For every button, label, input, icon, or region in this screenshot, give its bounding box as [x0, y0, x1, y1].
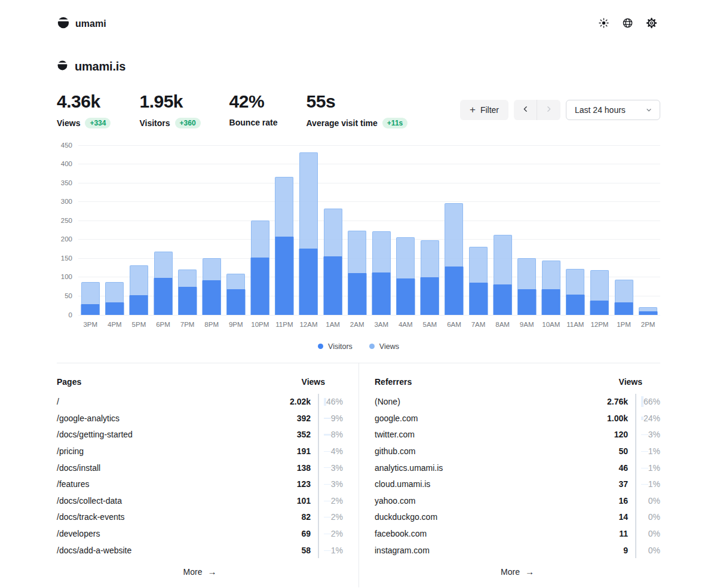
legend-item-visitors[interactable]: Visitors — [318, 342, 353, 351]
table-row[interactable]: github.com501% — [375, 443, 660, 460]
row-name[interactable]: / — [57, 397, 290, 406]
visitors-bar — [590, 301, 609, 315]
site-logo-icon — [57, 60, 68, 74]
table-row[interactable]: cloud.umami.is371% — [375, 476, 660, 492]
row-name[interactable]: instagram.com — [375, 546, 623, 555]
site-title[interactable]: umami.is — [75, 60, 125, 74]
next-period-button[interactable] — [537, 100, 560, 120]
row-value: 16 — [618, 496, 628, 506]
row-name[interactable]: /docs/track-events — [57, 512, 301, 522]
table-row[interactable]: /features1233% — [57, 476, 343, 492]
language-button[interactable] — [618, 15, 636, 33]
percent-fill-bar — [324, 434, 331, 435]
percent-label: 3% — [331, 463, 343, 473]
settings-button[interactable] — [642, 15, 660, 33]
date-range-select[interactable]: Last 24 hours — [566, 100, 660, 120]
table-row[interactable]: /developers692% — [57, 525, 343, 542]
visitors-bar — [469, 283, 488, 315]
row-name[interactable]: /pricing — [57, 446, 297, 456]
visitors-bar — [154, 278, 173, 315]
row-name[interactable]: cloud.umami.is — [375, 479, 618, 489]
table-row[interactable]: /docs/getting-started3528% — [57, 427, 343, 443]
percent-label: 3% — [648, 430, 660, 439]
row-name[interactable]: /features — [57, 479, 297, 489]
bar-group-2pm — [636, 145, 660, 315]
bar-group-9am — [514, 145, 539, 315]
bar-group-5am — [418, 145, 442, 315]
metric-views: 4.36k Views +334 — [57, 91, 111, 128]
row-name[interactable]: (None) — [375, 397, 607, 406]
arrow-right-icon: → — [525, 566, 534, 577]
row-name[interactable]: /docs/collect-data — [57, 496, 297, 506]
table-row[interactable]: google.com1.00k24% — [375, 410, 660, 427]
row-name[interactable]: duckduckgo.com — [375, 512, 618, 522]
table-row[interactable]: /2.02k46% — [57, 394, 343, 411]
visitors-bar — [445, 267, 463, 315]
table-row[interactable]: instagram.com90% — [375, 542, 660, 559]
table-row[interactable]: analytics.umami.is461% — [375, 460, 660, 476]
row-percent: 0% — [635, 542, 660, 559]
x-tick-label: 2AM — [345, 321, 369, 328]
table-row[interactable]: /docs/collect-data1012% — [57, 492, 343, 509]
row-name[interactable]: facebook.com — [375, 529, 619, 538]
row-name[interactable]: /docs/add-a-website — [57, 546, 301, 555]
x-tick-label: 8PM — [200, 321, 224, 328]
metrics-tables: PagesViews/2.02k46%/google-analytics3929… — [57, 363, 660, 588]
bar-group-1am — [321, 145, 345, 315]
table-row[interactable]: twitter.com1203% — [375, 427, 660, 443]
table-row[interactable]: /docs/install1383% — [57, 460, 343, 476]
table-row[interactable]: /docs/track-events822% — [57, 509, 343, 526]
metric-value: 42% — [229, 91, 278, 112]
row-value: 120 — [614, 430, 628, 439]
bar-group-11am — [563, 145, 588, 315]
row-name[interactable]: yahoo.com — [375, 496, 618, 506]
row-percent: 1% — [635, 443, 660, 460]
more-button[interactable]: More→ — [501, 566, 534, 577]
more-button[interactable]: More→ — [183, 566, 217, 577]
more-row: More→ — [57, 566, 343, 577]
umami-logo-icon — [57, 16, 70, 32]
metric-label: Average visit time — [307, 118, 378, 128]
visitors-bar — [324, 256, 342, 315]
chevron-down-icon — [645, 106, 652, 114]
table-row[interactable]: /google-analytics3929% — [57, 410, 343, 427]
bar-group-8pm — [200, 145, 224, 315]
row-percent: 2% — [318, 525, 343, 542]
table-row[interactable]: (None)2.76k66% — [375, 394, 660, 411]
row-name[interactable]: /google-analytics — [57, 414, 297, 423]
row-name[interactable]: /docs/getting-started — [57, 430, 297, 439]
bar-group-1pm — [612, 145, 636, 315]
theme-toggle-button[interactable] — [595, 15, 612, 33]
prev-period-button[interactable] — [514, 100, 537, 120]
legend-dot-icon — [318, 344, 323, 349]
row-name[interactable]: twitter.com — [375, 430, 614, 439]
row-name[interactable]: /docs/install — [57, 463, 297, 473]
legend-item-views[interactable]: Views — [369, 342, 399, 351]
percent-label: 46% — [326, 397, 343, 406]
table-row[interactable]: /docs/add-a-website581% — [57, 542, 343, 559]
gear-icon — [646, 17, 657, 30]
percent-label: 9% — [331, 414, 343, 423]
table-row[interactable]: /pricing1914% — [57, 443, 343, 460]
table-row[interactable]: duckduckgo.com140% — [375, 509, 660, 526]
y-tick-label: 100 — [61, 273, 72, 280]
x-tick-label: 4PM — [103, 321, 127, 328]
more-row: More→ — [375, 566, 660, 577]
bar-group-4am — [394, 145, 418, 315]
table-row[interactable]: yahoo.com160% — [375, 492, 660, 509]
filter-button[interactable]: + Filter — [460, 100, 508, 120]
bar-group-10pm — [248, 145, 272, 315]
brand-name: umami — [75, 19, 106, 29]
visitors-bar — [372, 272, 391, 314]
x-tick-label: 8AM — [491, 321, 515, 328]
row-name[interactable]: google.com — [375, 414, 607, 423]
percent-label: 0% — [648, 512, 660, 522]
visitors-bar — [396, 278, 415, 315]
y-tick-label: 0 — [69, 311, 72, 318]
brand-logo-link[interactable]: umami — [57, 16, 106, 32]
row-name[interactable]: analytics.umami.is — [375, 463, 618, 473]
bar-group-7pm — [175, 145, 200, 315]
table-row[interactable]: facebook.com110% — [375, 525, 660, 542]
row-name[interactable]: /developers — [57, 529, 301, 538]
row-name[interactable]: github.com — [375, 446, 618, 456]
